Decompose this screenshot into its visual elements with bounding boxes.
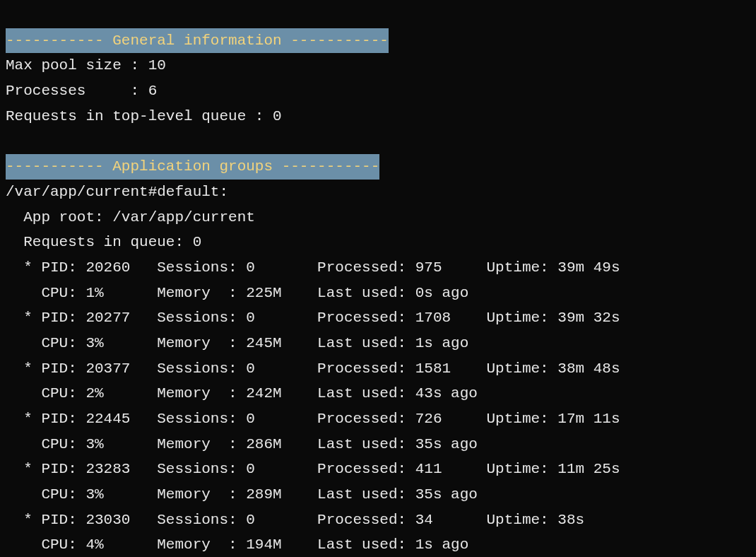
process-row: CPU: 3% Memory : 286M Last used: 35s ago (6, 436, 478, 452)
process-row: CPU: 2% Memory : 242M Last used: 43s ago (6, 385, 478, 401)
process-row: CPU: 4% Memory : 194M Last used: 1s ago (6, 537, 468, 553)
process-row: * PID: 20277 Sessions: 0 Processed: 1708… (6, 310, 620, 326)
process-row: CPU: 3% Memory : 245M Last used: 1s ago (6, 335, 468, 351)
process-row: * PID: 20377 Sessions: 0 Processed: 1581… (6, 360, 620, 377)
app-root: App root: /var/app/current (6, 209, 255, 225)
processes-count: Processes : 6 (6, 83, 157, 99)
terminal-output: ----------- General information --------… (0, 0, 756, 557)
requests-in-queue: Requests in queue: 0 (6, 234, 201, 250)
process-row: CPU: 3% Memory : 289M Last used: 35s ago (6, 486, 478, 503)
process-row: * PID: 23283 Sessions: 0 Processed: 411 … (6, 461, 620, 477)
toplevel-queue: Requests in top-level queue : 0 (6, 108, 282, 124)
max-pool-size: Max pool size : 10 (6, 57, 166, 74)
general-info-header: ----------- General information --------… (6, 28, 389, 54)
app-groups-header: ----------- Application groups ---------… (6, 154, 379, 180)
process-row: * PID: 23030 Sessions: 0 Processed: 34 U… (6, 512, 584, 528)
process-row: * PID: 22445 Sessions: 0 Processed: 726 … (6, 411, 620, 427)
process-row: CPU: 1% Memory : 225M Last used: 0s ago (6, 285, 468, 301)
process-row: * PID: 20260 Sessions: 0 Processed: 975 … (6, 259, 620, 276)
group-name: /var/app/current#default: (6, 184, 228, 200)
